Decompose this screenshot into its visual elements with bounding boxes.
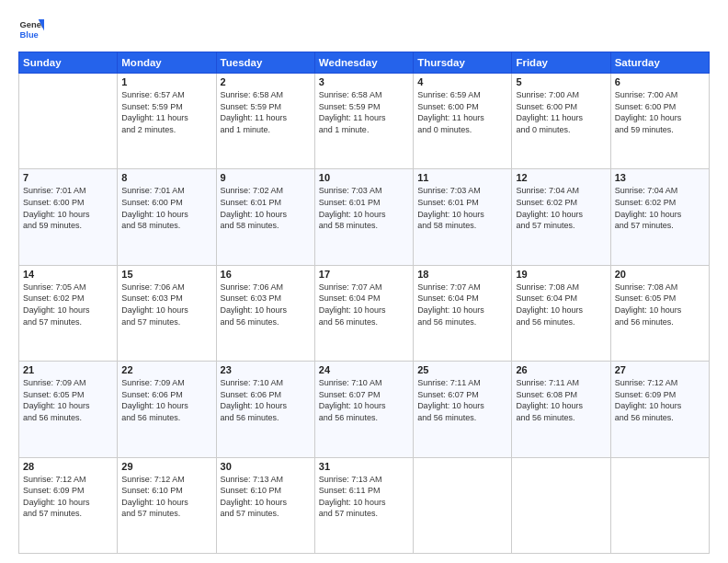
calendar-cell bbox=[512, 457, 610, 553]
day-number: 20 bbox=[615, 269, 705, 280]
day-info: Sunrise: 7:02 AMSunset: 6:01 PMDaylight:… bbox=[221, 185, 311, 231]
calendar-week-row: 14Sunrise: 7:05 AMSunset: 6:02 PMDayligh… bbox=[19, 265, 710, 361]
weekday-header-wednesday: Wednesday bbox=[314, 52, 413, 74]
calendar-cell bbox=[610, 457, 709, 553]
svg-text:Blue: Blue bbox=[20, 30, 39, 40]
calendar-cell: 28Sunrise: 7:12 AMSunset: 6:09 PMDayligh… bbox=[19, 457, 118, 553]
calendar-cell: 19Sunrise: 7:08 AMSunset: 6:04 PMDayligh… bbox=[512, 265, 610, 361]
page: General Blue SundayMondayTuesdayWednesda… bbox=[0, 0, 728, 563]
day-number: 25 bbox=[417, 364, 507, 375]
day-info: Sunrise: 7:12 AMSunset: 6:09 PMDaylight:… bbox=[23, 474, 113, 520]
logo-icon: General Blue bbox=[18, 17, 44, 42]
day-number: 18 bbox=[417, 269, 507, 280]
day-info: Sunrise: 7:03 AMSunset: 6:01 PMDaylight:… bbox=[319, 185, 409, 231]
day-number: 6 bbox=[615, 76, 705, 87]
calendar-week-row: 1Sunrise: 6:57 AMSunset: 5:59 PMDaylight… bbox=[19, 74, 710, 169]
calendar-cell: 1Sunrise: 6:57 AMSunset: 5:59 PMDaylight… bbox=[118, 74, 216, 169]
day-info: Sunrise: 7:13 AMSunset: 6:10 PMDaylight:… bbox=[221, 474, 311, 520]
day-number: 15 bbox=[121, 269, 211, 280]
day-number: 13 bbox=[615, 172, 705, 183]
calendar-cell: 4Sunrise: 6:59 AMSunset: 6:00 PMDaylight… bbox=[414, 74, 512, 169]
day-info: Sunrise: 7:07 AMSunset: 6:04 PMDaylight:… bbox=[417, 282, 507, 327]
weekday-header-saturday: Saturday bbox=[610, 52, 709, 74]
day-info: Sunrise: 7:00 AMSunset: 6:00 PMDaylight:… bbox=[615, 89, 705, 135]
calendar-cell: 10Sunrise: 7:03 AMSunset: 6:01 PMDayligh… bbox=[314, 169, 413, 265]
calendar-cell: 15Sunrise: 7:06 AMSunset: 6:03 PMDayligh… bbox=[118, 265, 216, 361]
day-info: Sunrise: 7:01 AMSunset: 6:00 PMDaylight:… bbox=[23, 185, 113, 231]
calendar-week-row: 7Sunrise: 7:01 AMSunset: 6:00 PMDaylight… bbox=[19, 169, 710, 265]
day-info: Sunrise: 7:06 AMSunset: 6:03 PMDaylight:… bbox=[121, 282, 211, 327]
calendar-week-row: 21Sunrise: 7:09 AMSunset: 6:05 PMDayligh… bbox=[19, 362, 710, 457]
calendar-cell: 18Sunrise: 7:07 AMSunset: 6:04 PMDayligh… bbox=[414, 265, 512, 361]
calendar-cell: 29Sunrise: 7:12 AMSunset: 6:10 PMDayligh… bbox=[118, 457, 216, 553]
calendar-cell: 2Sunrise: 6:58 AMSunset: 5:59 PMDaylight… bbox=[216, 74, 314, 169]
day-number: 9 bbox=[221, 172, 311, 183]
day-number: 29 bbox=[121, 461, 211, 472]
day-info: Sunrise: 7:12 AMSunset: 6:10 PMDaylight:… bbox=[121, 474, 211, 520]
day-info: Sunrise: 7:09 AMSunset: 6:06 PMDaylight:… bbox=[121, 377, 211, 423]
calendar-cell: 22Sunrise: 7:09 AMSunset: 6:06 PMDayligh… bbox=[118, 362, 216, 457]
day-info: Sunrise: 6:57 AMSunset: 5:59 PMDaylight:… bbox=[121, 89, 211, 135]
day-info: Sunrise: 7:04 AMSunset: 6:02 PMDaylight:… bbox=[615, 185, 705, 231]
calendar-cell: 3Sunrise: 6:58 AMSunset: 5:59 PMDaylight… bbox=[314, 74, 413, 169]
calendar-cell: 20Sunrise: 7:08 AMSunset: 6:05 PMDayligh… bbox=[610, 265, 709, 361]
day-number: 31 bbox=[319, 461, 409, 472]
day-number: 1 bbox=[121, 76, 211, 87]
day-number: 27 bbox=[615, 364, 705, 375]
day-info: Sunrise: 7:07 AMSunset: 6:04 PMDaylight:… bbox=[319, 282, 409, 327]
day-info: Sunrise: 7:12 AMSunset: 6:09 PMDaylight:… bbox=[615, 377, 705, 423]
calendar-cell: 11Sunrise: 7:03 AMSunset: 6:01 PMDayligh… bbox=[414, 169, 512, 265]
day-info: Sunrise: 7:13 AMSunset: 6:11 PMDaylight:… bbox=[319, 474, 409, 520]
day-info: Sunrise: 7:04 AMSunset: 6:02 PMDaylight:… bbox=[516, 185, 606, 231]
weekday-header-tuesday: Tuesday bbox=[216, 52, 314, 74]
day-info: Sunrise: 7:11 AMSunset: 6:07 PMDaylight:… bbox=[417, 377, 507, 423]
calendar-cell: 27Sunrise: 7:12 AMSunset: 6:09 PMDayligh… bbox=[610, 362, 709, 457]
calendar-cell: 24Sunrise: 7:10 AMSunset: 6:07 PMDayligh… bbox=[314, 362, 413, 457]
day-number: 11 bbox=[417, 172, 507, 183]
day-info: Sunrise: 7:10 AMSunset: 6:07 PMDaylight:… bbox=[319, 377, 409, 423]
day-info: Sunrise: 7:11 AMSunset: 6:08 PMDaylight:… bbox=[516, 377, 606, 423]
day-info: Sunrise: 7:03 AMSunset: 6:01 PMDaylight:… bbox=[417, 185, 507, 231]
day-number: 7 bbox=[23, 172, 113, 183]
calendar-cell: 23Sunrise: 7:10 AMSunset: 6:06 PMDayligh… bbox=[216, 362, 314, 457]
day-info: Sunrise: 7:06 AMSunset: 6:03 PMDaylight:… bbox=[221, 282, 311, 327]
calendar-cell: 6Sunrise: 7:00 AMSunset: 6:00 PMDaylight… bbox=[610, 74, 709, 169]
day-info: Sunrise: 7:10 AMSunset: 6:06 PMDaylight:… bbox=[221, 377, 311, 423]
day-number: 21 bbox=[23, 364, 113, 375]
weekday-header-monday: Monday bbox=[118, 52, 216, 74]
day-number: 22 bbox=[121, 364, 211, 375]
day-number: 26 bbox=[516, 364, 606, 375]
calendar-cell: 30Sunrise: 7:13 AMSunset: 6:10 PMDayligh… bbox=[216, 457, 314, 553]
day-number: 24 bbox=[319, 364, 409, 375]
day-number: 28 bbox=[23, 461, 113, 472]
day-number: 17 bbox=[319, 269, 409, 280]
day-number: 5 bbox=[516, 76, 606, 87]
calendar-cell: 31Sunrise: 7:13 AMSunset: 6:11 PMDayligh… bbox=[314, 457, 413, 553]
day-info: Sunrise: 7:08 AMSunset: 6:05 PMDaylight:… bbox=[615, 282, 705, 327]
day-number: 19 bbox=[516, 269, 606, 280]
header: General Blue bbox=[18, 17, 710, 42]
day-number: 14 bbox=[23, 269, 113, 280]
weekday-header-sunday: Sunday bbox=[19, 52, 118, 74]
calendar-cell: 17Sunrise: 7:07 AMSunset: 6:04 PMDayligh… bbox=[314, 265, 413, 361]
day-info: Sunrise: 6:58 AMSunset: 5:59 PMDaylight:… bbox=[319, 89, 409, 135]
calendar-cell: 25Sunrise: 7:11 AMSunset: 6:07 PMDayligh… bbox=[414, 362, 512, 457]
calendar-cell: 7Sunrise: 7:01 AMSunset: 6:00 PMDaylight… bbox=[19, 169, 118, 265]
calendar-cell: 21Sunrise: 7:09 AMSunset: 6:05 PMDayligh… bbox=[19, 362, 118, 457]
day-number: 8 bbox=[121, 172, 211, 183]
calendar-cell: 5Sunrise: 7:00 AMSunset: 6:00 PMDaylight… bbox=[512, 74, 610, 169]
day-info: Sunrise: 7:00 AMSunset: 6:00 PMDaylight:… bbox=[516, 89, 606, 135]
day-info: Sunrise: 6:59 AMSunset: 6:00 PMDaylight:… bbox=[417, 89, 507, 135]
day-number: 10 bbox=[319, 172, 409, 183]
calendar-cell bbox=[19, 74, 118, 169]
day-info: Sunrise: 7:09 AMSunset: 6:05 PMDaylight:… bbox=[23, 377, 113, 423]
logo: General Blue bbox=[18, 17, 44, 42]
day-info: Sunrise: 7:01 AMSunset: 6:00 PMDaylight:… bbox=[121, 185, 211, 231]
weekday-header-thursday: Thursday bbox=[414, 52, 512, 74]
day-number: 12 bbox=[516, 172, 606, 183]
day-info: Sunrise: 6:58 AMSunset: 5:59 PMDaylight:… bbox=[221, 89, 311, 135]
calendar-cell: 8Sunrise: 7:01 AMSunset: 6:00 PMDaylight… bbox=[118, 169, 216, 265]
calendar-table: SundayMondayTuesdayWednesdayThursdayFrid… bbox=[18, 52, 710, 554]
day-number: 23 bbox=[221, 364, 311, 375]
calendar-cell: 16Sunrise: 7:06 AMSunset: 6:03 PMDayligh… bbox=[216, 265, 314, 361]
